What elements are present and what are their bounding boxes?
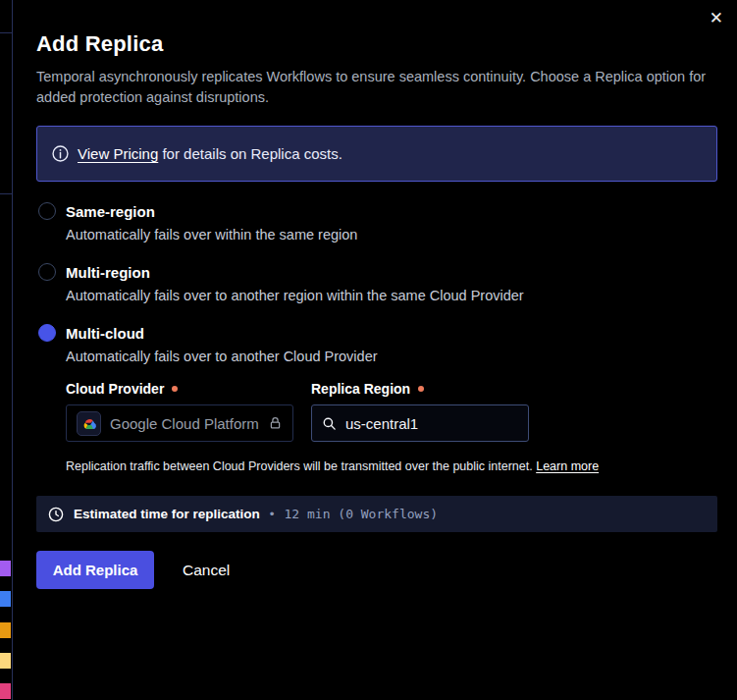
cloud-provider-group: Cloud Provider Google Cloud Platform: [66, 381, 293, 442]
required-dot-icon: [172, 386, 178, 392]
google-cloud-icon: [77, 411, 101, 436]
radio-circle-icon[interactable]: [38, 202, 56, 220]
option-multi-cloud: Multi-cloud Automatically fails over to …: [36, 324, 717, 473]
lock-icon: [268, 415, 283, 431]
multi-cloud-form: Cloud Provider Google Cloud Platform: [66, 381, 717, 442]
replica-region-label: Replica Region: [311, 381, 529, 397]
estimate-label: Estimated time for replication: [74, 507, 260, 521]
radio-circle-icon-selected[interactable]: [38, 324, 56, 342]
dialog-actions: Add Replica Cancel: [36, 551, 717, 589]
background-color-chip: [0, 683, 11, 699]
dialog-description: Temporal asynchronously replicates Workf…: [36, 67, 717, 108]
pricing-info-banner: View Pricing for details on Replica cost…: [36, 126, 717, 182]
radio-multi-region[interactable]: Multi-region: [36, 263, 717, 281]
option-label: Multi-cloud: [66, 325, 144, 342]
background-color-chip: [0, 653, 11, 669]
dialog-title: Add Replica: [36, 31, 717, 57]
add-replica-dialog: ✕ Add Replica Temporal asynchronously re…: [13, 0, 737, 700]
replica-region-group: Replica Region us-central1: [311, 381, 529, 442]
search-icon: [322, 416, 337, 431]
cancel-button[interactable]: Cancel: [183, 562, 230, 579]
learn-more-link[interactable]: Learn more: [536, 459, 599, 473]
estimated-time-banner: Estimated time for replication • 12 min …: [36, 496, 717, 532]
radio-multi-cloud[interactable]: Multi-cloud: [36, 324, 717, 342]
option-same-region: Same-region Automatically fails over wit…: [36, 202, 717, 242]
pricing-banner-text: View Pricing for details on Replica cost…: [78, 145, 342, 162]
estimate-value: 12 min (0 Workflows): [285, 507, 439, 521]
background-color-chip: [0, 591, 11, 607]
info-icon: [52, 145, 69, 162]
background-row-line: [0, 193, 12, 194]
public-internet-note: Replication traffic between Cloud Provid…: [66, 459, 717, 473]
close-icon[interactable]: ✕: [706, 6, 727, 30]
option-label: Same-region: [66, 203, 155, 220]
option-label: Multi-region: [66, 264, 150, 281]
option-description: Automatically fails over within the same…: [66, 227, 717, 242]
background-row-line: [0, 32, 12, 33]
replica-region-input[interactable]: us-central1: [311, 404, 529, 442]
required-dot-icon: [418, 386, 424, 392]
cloud-provider-label: Cloud Provider: [66, 381, 293, 397]
option-description: Automatically fails over to another regi…: [66, 288, 717, 303]
replica-region-value: us-central1: [345, 415, 418, 432]
option-multi-region: Multi-region Automatically fails over to…: [36, 263, 717, 303]
cloud-provider-value: Google Cloud Platform: [110, 415, 259, 432]
option-description: Automatically fails over to another Clou…: [66, 349, 717, 364]
clock-icon: [48, 507, 64, 522]
background-color-chip: [0, 622, 11, 638]
background-color-chip: [0, 561, 11, 576]
view-pricing-link[interactable]: View Pricing: [78, 145, 158, 162]
estimate-bullet: •: [270, 507, 275, 521]
radio-circle-icon[interactable]: [38, 263, 56, 281]
radio-same-region[interactable]: Same-region: [36, 202, 717, 220]
cloud-provider-select: Google Cloud Platform: [66, 404, 293, 442]
add-replica-button[interactable]: Add Replica: [36, 551, 154, 589]
